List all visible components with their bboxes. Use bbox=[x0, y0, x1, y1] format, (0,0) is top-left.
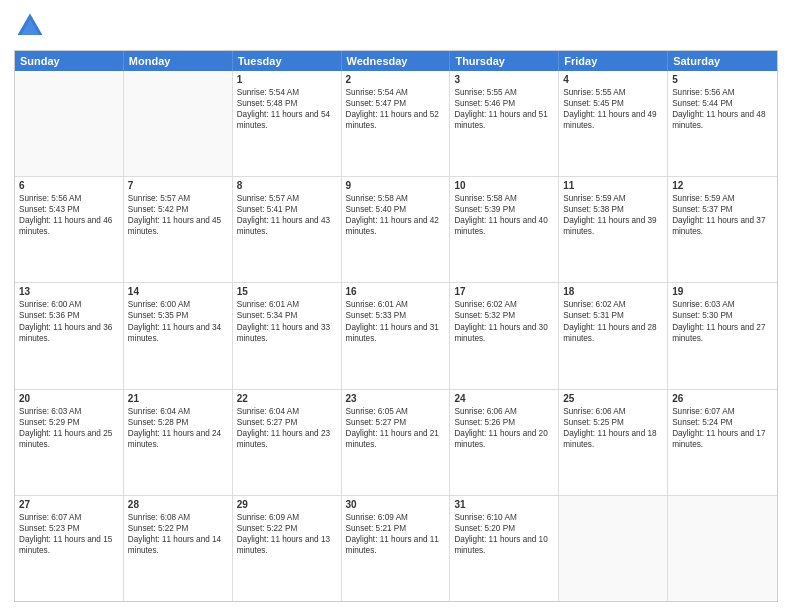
calendar-cell: 29Sunrise: 6:09 AM Sunset: 5:22 PM Dayli… bbox=[233, 496, 342, 601]
day-number: 7 bbox=[128, 180, 228, 191]
weekday-header: Thursday bbox=[450, 51, 559, 71]
calendar-cell: 5Sunrise: 5:56 AM Sunset: 5:44 PM Daylig… bbox=[668, 71, 777, 176]
day-number: 13 bbox=[19, 286, 119, 297]
cell-info: Sunrise: 5:54 AM Sunset: 5:48 PM Dayligh… bbox=[237, 87, 337, 131]
cell-info: Sunrise: 6:00 AM Sunset: 5:36 PM Dayligh… bbox=[19, 299, 119, 343]
day-number: 6 bbox=[19, 180, 119, 191]
calendar-cell: 6Sunrise: 5:56 AM Sunset: 5:43 PM Daylig… bbox=[15, 177, 124, 282]
day-number: 17 bbox=[454, 286, 554, 297]
calendar-row: 20Sunrise: 6:03 AM Sunset: 5:29 PM Dayli… bbox=[15, 389, 777, 495]
day-number: 8 bbox=[237, 180, 337, 191]
calendar-cell: 19Sunrise: 6:03 AM Sunset: 5:30 PM Dayli… bbox=[668, 283, 777, 388]
day-number: 21 bbox=[128, 393, 228, 404]
weekday-header: Saturday bbox=[668, 51, 777, 71]
cell-info: Sunrise: 5:59 AM Sunset: 5:37 PM Dayligh… bbox=[672, 193, 773, 237]
day-number: 24 bbox=[454, 393, 554, 404]
calendar-cell: 26Sunrise: 6:07 AM Sunset: 5:24 PM Dayli… bbox=[668, 390, 777, 495]
weekday-header: Friday bbox=[559, 51, 668, 71]
calendar-row: 13Sunrise: 6:00 AM Sunset: 5:36 PM Dayli… bbox=[15, 282, 777, 388]
calendar-cell: 24Sunrise: 6:06 AM Sunset: 5:26 PM Dayli… bbox=[450, 390, 559, 495]
calendar-cell: 20Sunrise: 6:03 AM Sunset: 5:29 PM Dayli… bbox=[15, 390, 124, 495]
calendar-cell: 18Sunrise: 6:02 AM Sunset: 5:31 PM Dayli… bbox=[559, 283, 668, 388]
calendar-cell: 10Sunrise: 5:58 AM Sunset: 5:39 PM Dayli… bbox=[450, 177, 559, 282]
cell-info: Sunrise: 5:55 AM Sunset: 5:46 PM Dayligh… bbox=[454, 87, 554, 131]
calendar-row: 1Sunrise: 5:54 AM Sunset: 5:48 PM Daylig… bbox=[15, 71, 777, 176]
cell-info: Sunrise: 6:01 AM Sunset: 5:34 PM Dayligh… bbox=[237, 299, 337, 343]
header bbox=[14, 10, 778, 42]
calendar-cell: 21Sunrise: 6:04 AM Sunset: 5:28 PM Dayli… bbox=[124, 390, 233, 495]
cell-info: Sunrise: 6:02 AM Sunset: 5:31 PM Dayligh… bbox=[563, 299, 663, 343]
day-number: 3 bbox=[454, 74, 554, 85]
calendar-cell: 14Sunrise: 6:00 AM Sunset: 5:35 PM Dayli… bbox=[124, 283, 233, 388]
day-number: 26 bbox=[672, 393, 773, 404]
day-number: 15 bbox=[237, 286, 337, 297]
cell-info: Sunrise: 6:04 AM Sunset: 5:27 PM Dayligh… bbox=[237, 406, 337, 450]
day-number: 29 bbox=[237, 499, 337, 510]
cell-info: Sunrise: 5:54 AM Sunset: 5:47 PM Dayligh… bbox=[346, 87, 446, 131]
calendar-cell: 2Sunrise: 5:54 AM Sunset: 5:47 PM Daylig… bbox=[342, 71, 451, 176]
day-number: 31 bbox=[454, 499, 554, 510]
cell-info: Sunrise: 5:56 AM Sunset: 5:44 PM Dayligh… bbox=[672, 87, 773, 131]
day-number: 14 bbox=[128, 286, 228, 297]
logo-icon bbox=[14, 10, 46, 42]
calendar-cell: 28Sunrise: 6:08 AM Sunset: 5:22 PM Dayli… bbox=[124, 496, 233, 601]
day-number: 30 bbox=[346, 499, 446, 510]
logo bbox=[14, 10, 50, 42]
cell-info: Sunrise: 6:02 AM Sunset: 5:32 PM Dayligh… bbox=[454, 299, 554, 343]
cell-info: Sunrise: 6:08 AM Sunset: 5:22 PM Dayligh… bbox=[128, 512, 228, 556]
calendar-cell: 31Sunrise: 6:10 AM Sunset: 5:20 PM Dayli… bbox=[450, 496, 559, 601]
calendar-cell: 1Sunrise: 5:54 AM Sunset: 5:48 PM Daylig… bbox=[233, 71, 342, 176]
cell-info: Sunrise: 6:04 AM Sunset: 5:28 PM Dayligh… bbox=[128, 406, 228, 450]
cell-info: Sunrise: 6:05 AM Sunset: 5:27 PM Dayligh… bbox=[346, 406, 446, 450]
calendar-cell: 3Sunrise: 5:55 AM Sunset: 5:46 PM Daylig… bbox=[450, 71, 559, 176]
day-number: 9 bbox=[346, 180, 446, 191]
day-number: 12 bbox=[672, 180, 773, 191]
day-number: 19 bbox=[672, 286, 773, 297]
calendar-cell bbox=[124, 71, 233, 176]
calendar-cell: 23Sunrise: 6:05 AM Sunset: 5:27 PM Dayli… bbox=[342, 390, 451, 495]
day-number: 22 bbox=[237, 393, 337, 404]
day-number: 20 bbox=[19, 393, 119, 404]
cell-info: Sunrise: 5:57 AM Sunset: 5:41 PM Dayligh… bbox=[237, 193, 337, 237]
calendar-cell: 25Sunrise: 6:06 AM Sunset: 5:25 PM Dayli… bbox=[559, 390, 668, 495]
cell-info: Sunrise: 6:07 AM Sunset: 5:23 PM Dayligh… bbox=[19, 512, 119, 556]
day-number: 28 bbox=[128, 499, 228, 510]
day-number: 4 bbox=[563, 74, 663, 85]
calendar-row: 27Sunrise: 6:07 AM Sunset: 5:23 PM Dayli… bbox=[15, 495, 777, 601]
day-number: 1 bbox=[237, 74, 337, 85]
cell-info: Sunrise: 6:00 AM Sunset: 5:35 PM Dayligh… bbox=[128, 299, 228, 343]
calendar-cell: 9Sunrise: 5:58 AM Sunset: 5:40 PM Daylig… bbox=[342, 177, 451, 282]
weekday-header: Sunday bbox=[15, 51, 124, 71]
weekday-header: Monday bbox=[124, 51, 233, 71]
day-number: 10 bbox=[454, 180, 554, 191]
calendar-cell: 15Sunrise: 6:01 AM Sunset: 5:34 PM Dayli… bbox=[233, 283, 342, 388]
calendar-cell: 13Sunrise: 6:00 AM Sunset: 5:36 PM Dayli… bbox=[15, 283, 124, 388]
day-number: 25 bbox=[563, 393, 663, 404]
calendar-row: 6Sunrise: 5:56 AM Sunset: 5:43 PM Daylig… bbox=[15, 176, 777, 282]
page: SundayMondayTuesdayWednesdayThursdayFrid… bbox=[0, 0, 792, 612]
calendar-cell: 22Sunrise: 6:04 AM Sunset: 5:27 PM Dayli… bbox=[233, 390, 342, 495]
calendar-cell: 17Sunrise: 6:02 AM Sunset: 5:32 PM Dayli… bbox=[450, 283, 559, 388]
calendar-cell: 12Sunrise: 5:59 AM Sunset: 5:37 PM Dayli… bbox=[668, 177, 777, 282]
cell-info: Sunrise: 5:58 AM Sunset: 5:39 PM Dayligh… bbox=[454, 193, 554, 237]
cell-info: Sunrise: 6:09 AM Sunset: 5:21 PM Dayligh… bbox=[346, 512, 446, 556]
weekday-header: Tuesday bbox=[233, 51, 342, 71]
cell-info: Sunrise: 6:09 AM Sunset: 5:22 PM Dayligh… bbox=[237, 512, 337, 556]
cell-info: Sunrise: 6:07 AM Sunset: 5:24 PM Dayligh… bbox=[672, 406, 773, 450]
calendar-cell: 4Sunrise: 5:55 AM Sunset: 5:45 PM Daylig… bbox=[559, 71, 668, 176]
cell-info: Sunrise: 6:06 AM Sunset: 5:26 PM Dayligh… bbox=[454, 406, 554, 450]
calendar-cell: 7Sunrise: 5:57 AM Sunset: 5:42 PM Daylig… bbox=[124, 177, 233, 282]
calendar-cell: 8Sunrise: 5:57 AM Sunset: 5:41 PM Daylig… bbox=[233, 177, 342, 282]
day-number: 23 bbox=[346, 393, 446, 404]
calendar-cell: 27Sunrise: 6:07 AM Sunset: 5:23 PM Dayli… bbox=[15, 496, 124, 601]
calendar-cell: 16Sunrise: 6:01 AM Sunset: 5:33 PM Dayli… bbox=[342, 283, 451, 388]
calendar-cell bbox=[668, 496, 777, 601]
cell-info: Sunrise: 5:58 AM Sunset: 5:40 PM Dayligh… bbox=[346, 193, 446, 237]
cell-info: Sunrise: 6:06 AM Sunset: 5:25 PM Dayligh… bbox=[563, 406, 663, 450]
calendar-cell bbox=[15, 71, 124, 176]
calendar-body: 1Sunrise: 5:54 AM Sunset: 5:48 PM Daylig… bbox=[15, 71, 777, 601]
day-number: 18 bbox=[563, 286, 663, 297]
cell-info: Sunrise: 5:56 AM Sunset: 5:43 PM Dayligh… bbox=[19, 193, 119, 237]
cell-info: Sunrise: 6:03 AM Sunset: 5:29 PM Dayligh… bbox=[19, 406, 119, 450]
cell-info: Sunrise: 5:59 AM Sunset: 5:38 PM Dayligh… bbox=[563, 193, 663, 237]
